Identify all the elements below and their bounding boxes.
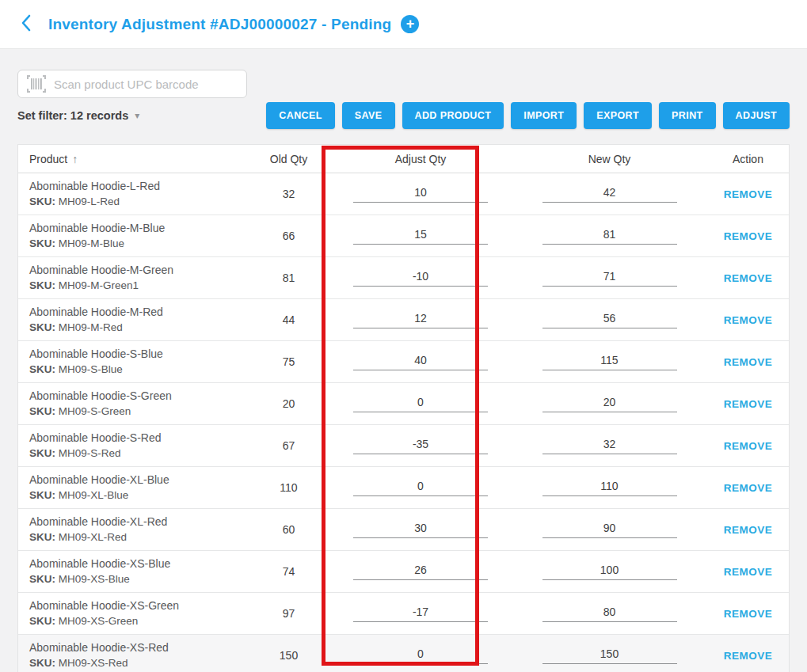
new-qty-input[interactable]: [542, 438, 677, 454]
remove-link[interactable]: REMOVE: [724, 440, 773, 452]
adjust-qty-input[interactable]: [353, 480, 488, 496]
remove-link[interactable]: REMOVE: [724, 314, 773, 326]
scan-barcode-field[interactable]: [17, 70, 247, 98]
new-qty-input[interactable]: [542, 354, 677, 370]
product-cell: Abominable Hoodie-S-Green SKU: MH09-S-Gr…: [18, 389, 248, 419]
column-header-product[interactable]: Product ↑: [18, 153, 248, 165]
remove-link[interactable]: REMOVE: [724, 398, 773, 410]
remove-link[interactable]: REMOVE: [724, 524, 773, 536]
product-sku: SKU: MH09-L-Red: [29, 194, 248, 209]
table-body: Abominable Hoodie-L-Red SKU: MH09-L-Red …: [18, 173, 789, 672]
caret-down-icon: ▾: [135, 110, 139, 121]
scan-upc-input[interactable]: [54, 78, 238, 91]
product-sku: SKU: MH09-XS-Red: [29, 655, 248, 670]
export-button[interactable]: EXPORT: [584, 102, 652, 129]
sku-prefix: SKU:: [29, 196, 55, 207]
new-qty-input[interactable]: [542, 312, 677, 328]
new-qty-input[interactable]: [542, 228, 677, 245]
new-qty-input[interactable]: [542, 270, 677, 287]
sku-prefix: SKU:: [29, 489, 55, 501]
remove-link[interactable]: REMOVE: [724, 566, 773, 578]
table-header-row: Product ↑ Old Qty Adjust Qty New Qty Act…: [18, 145, 789, 173]
new-qty-input[interactable]: [542, 396, 677, 412]
table-row: Abominable Hoodie-L-Red SKU: MH09-L-Red …: [18, 173, 789, 215]
action-button-row: CANCELSAVEADD PRODUCTIMPORTEXPORTPRINTAD…: [266, 102, 790, 129]
back-button[interactable]: [16, 14, 36, 35]
sku-value: MH09-M-Red: [59, 321, 123, 333]
sku-prefix: SKU:: [29, 405, 55, 417]
product-cell: Abominable Hoodie-XS-Blue SKU: MH09-XS-B…: [18, 556, 248, 587]
adjust-qty-input[interactable]: [353, 186, 488, 203]
adjust-qty-input[interactable]: [353, 270, 488, 287]
product-sku: SKU: MH09-M-Red: [29, 320, 248, 335]
remove-link[interactable]: REMOVE: [724, 482, 773, 494]
adjust-qty-input[interactable]: [353, 606, 488, 622]
adjust-button[interactable]: ADJUST: [723, 102, 790, 129]
table-row: Abominable Hoodie-M-Blue SKU: MH09-M-Blu…: [18, 215, 789, 257]
old-qty-value: 32: [248, 188, 329, 200]
new-qty-input[interactable]: [542, 606, 677, 622]
adjust-qty-input[interactable]: [353, 438, 488, 454]
product-header-label: Product: [29, 153, 67, 165]
add-product-button[interactable]: ADD PRODUCT: [402, 102, 504, 129]
table-row: Abominable Hoodie-XS-Green SKU: MH09-XS-…: [18, 593, 789, 635]
product-cell: Abominable Hoodie-S-Red SKU: MH09-S-Red: [18, 431, 248, 461]
product-cell: Abominable Hoodie-M-Red SKU: MH09-M-Red: [18, 305, 248, 335]
column-header-new-qty: New Qty: [512, 153, 707, 165]
table-row: Abominable Hoodie-M-Red SKU: MH09-M-Red …: [18, 299, 789, 341]
sku-prefix: SKU:: [29, 573, 55, 585]
new-qty-input[interactable]: [542, 564, 677, 580]
table-row: Abominable Hoodie-XS-Red SKU: MH09-XS-Re…: [18, 635, 789, 672]
old-qty-value: 150: [248, 649, 329, 662]
old-qty-value: 20: [248, 397, 329, 410]
product-name: Abominable Hoodie-XS-Green: [29, 598, 248, 613]
product-cell: Abominable Hoodie-L-Red SKU: MH09-L-Red: [18, 179, 248, 209]
sku-value: MH09-XS-Blue: [59, 573, 130, 585]
old-qty-value: 67: [248, 439, 329, 452]
print-button[interactable]: PRINT: [659, 102, 716, 129]
product-name: Abominable Hoodie-S-Red: [29, 431, 248, 446]
sku-prefix: SKU:: [29, 321, 55, 333]
product-name: Abominable Hoodie-M-Green: [29, 263, 248, 278]
new-qty-input[interactable]: [542, 480, 677, 496]
sku-prefix: SKU:: [29, 447, 55, 459]
new-qty-input[interactable]: [542, 647, 677, 664]
adjust-qty-input[interactable]: [353, 354, 488, 370]
sku-value: MH09-L-Red: [59, 196, 120, 207]
adjust-qty-input[interactable]: [353, 312, 488, 328]
set-filter-toggle[interactable]: Set filter: 12 records ▾: [17, 109, 168, 122]
remove-link[interactable]: REMOVE: [724, 650, 773, 662]
column-header-action: Action: [707, 153, 789, 165]
product-name: Abominable Hoodie-L-Red: [29, 179, 248, 194]
add-adjustment-button[interactable]: +: [401, 15, 419, 33]
sku-value: MH09-S-Red: [59, 447, 121, 459]
product-cell: Abominable Hoodie-M-Green SKU: MH09-M-Gr…: [18, 263, 248, 293]
product-sku: SKU: MH09-XS-Blue: [29, 571, 248, 587]
table-row: Abominable Hoodie-XL-Blue SKU: MH09-XL-B…: [18, 467, 789, 509]
adjust-qty-input[interactable]: [353, 396, 488, 412]
cancel-button[interactable]: CANCEL: [266, 102, 334, 129]
remove-link[interactable]: REMOVE: [724, 188, 773, 200]
adjust-qty-input[interactable]: [353, 647, 488, 664]
column-header-old-qty: Old Qty: [248, 153, 329, 165]
save-button[interactable]: SAVE: [342, 102, 395, 129]
sku-prefix: SKU:: [29, 615, 55, 627]
top-bar: Inventory Adjustment #ADJ00000027 - Pend…: [0, 0, 807, 49]
table-row: Abominable Hoodie-S-Red SKU: MH09-S-Red …: [18, 425, 789, 467]
sku-value: MH09-S-Blue: [59, 363, 123, 375]
product-cell: Abominable Hoodie-XS-Red SKU: MH09-XS-Re…: [18, 640, 248, 670]
remove-link[interactable]: REMOVE: [724, 608, 773, 620]
adjust-qty-input[interactable]: [353, 228, 488, 245]
remove-link[interactable]: REMOVE: [724, 230, 773, 242]
product-sku: SKU: MH09-XS-Green: [29, 613, 248, 628]
product-cell: Abominable Hoodie-S-Blue SKU: MH09-S-Blu…: [18, 347, 248, 377]
adjust-qty-input[interactable]: [353, 564, 488, 580]
new-qty-input[interactable]: [542, 522, 677, 538]
remove-link[interactable]: REMOVE: [724, 272, 773, 284]
sku-prefix: SKU:: [29, 531, 55, 543]
import-button[interactable]: IMPORT: [511, 102, 577, 129]
remove-link[interactable]: REMOVE: [724, 356, 773, 368]
adjust-qty-input[interactable]: [353, 522, 488, 538]
new-qty-input[interactable]: [542, 186, 677, 203]
sku-value: MH09-M-Blue: [59, 237, 124, 249]
